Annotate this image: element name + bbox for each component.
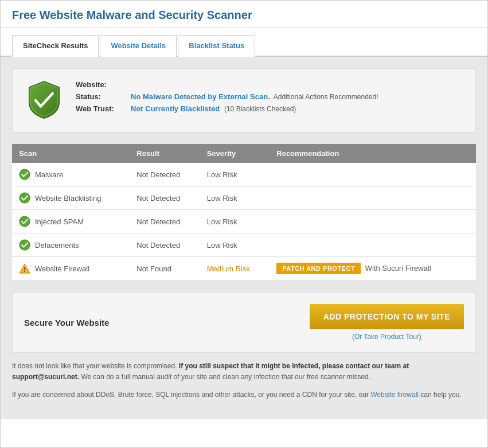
col-scan: Scan	[12, 144, 130, 163]
tab-sitecheck[interactable]: SiteCheck Results	[12, 35, 99, 57]
scan-name: Injected SPAM	[35, 217, 84, 226]
scan-result: Not Detected	[130, 233, 200, 257]
webtrust-row: Web Trust: Not Currently Blacklisted (10…	[76, 104, 464, 113]
scan-name: Website Blacklisting	[35, 194, 101, 202]
scan-name-cell: Malware	[12, 163, 130, 186]
status-value: No Malware Detected by External Scan.	[131, 92, 270, 101]
table-row: Website BlacklistingNot DetectedLow Risk	[12, 186, 476, 210]
status-subtext: Additional Actions Recommended!	[274, 93, 378, 101]
svg-point-0	[19, 169, 30, 180]
scan-table: Scan Result Severity Recommendation Malw…	[12, 144, 476, 281]
protection-btn-col: ADD PROTECTION TO MY SITE (Or Take Produ…	[310, 304, 464, 341]
add-protection-button[interactable]: ADD PROTECTION TO MY SITE	[310, 304, 464, 329]
footer-text-1: It does not look like that your website …	[12, 361, 476, 383]
recommendation-suffix: With Sucuri Firewall	[363, 264, 431, 272]
scan-severity: Low Risk	[200, 186, 270, 210]
table-row: DefacementsNot DetectedLow Risk	[12, 233, 476, 257]
status-info: Website: Status: No Malware Detected by …	[76, 80, 464, 116]
svg-point-3	[19, 240, 30, 250]
webtrust-label: Web Trust:	[76, 104, 127, 113]
scan-result: Not Found	[130, 257, 200, 281]
scan-recommendation	[270, 163, 476, 186]
tabs-bar: SiteCheck Results Website Details Blackl…	[1, 34, 487, 57]
scan-result: Not Detected	[130, 186, 200, 210]
scan-recommendation	[270, 186, 476, 210]
scan-name: Malware	[35, 170, 63, 179]
status-row: Status: No Malware Detected by External …	[76, 92, 464, 101]
check-icon	[19, 239, 30, 251]
website-row: Website:	[76, 80, 464, 89]
tab-website-details[interactable]: Website Details	[100, 35, 177, 57]
check-icon	[19, 169, 30, 180]
website-firewall-link[interactable]: Website firewall	[370, 391, 419, 399]
scan-name-cell: Injected SPAM	[12, 210, 130, 233]
website-label: Website:	[76, 80, 127, 89]
page-title: Free Website Malware and Security Scanne…	[12, 9, 476, 22]
scan-name: Defacements	[35, 241, 79, 250]
svg-point-1	[19, 193, 30, 203]
col-severity: Severity	[200, 144, 270, 163]
table-header-row: Scan Result Severity Recommendation	[12, 144, 476, 163]
col-result: Result	[130, 144, 200, 163]
table-row: Injected SPAMNot DetectedLow Risk	[12, 210, 476, 233]
svg-point-2	[19, 216, 30, 227]
status-card: Website: Status: No Malware Detected by …	[12, 68, 476, 133]
main-content: Website: Status: No Malware Detected by …	[1, 57, 487, 419]
check-icon	[19, 192, 30, 204]
table-row: ! Website FirewallNot FoundMedium RiskPA…	[12, 257, 476, 281]
scan-severity: Medium Risk	[200, 257, 270, 281]
scan-severity: Low Risk	[200, 163, 270, 186]
page-header: Free Website Malware and Security Scanne…	[1, 1, 487, 28]
check-icon	[19, 216, 30, 227]
col-recommendation: Recommendation	[270, 144, 476, 163]
scan-name-cell: Defacements	[12, 233, 130, 257]
scan-severity: Low Risk	[200, 233, 270, 257]
secure-section: Secure Your Website ADD PROTECTION TO MY…	[12, 292, 476, 353]
footer-text-2: If you are concerned about DDoS, Brute f…	[12, 389, 476, 400]
scan-recommendation: PATCH AND PROTECT With Sucuri Firewall	[270, 257, 476, 281]
tab-blacklist-status[interactable]: Blacklist Status	[178, 35, 255, 57]
patch-protect-button[interactable]: PATCH AND PROTECT	[276, 263, 361, 274]
scan-result: Not Detected	[130, 210, 200, 233]
scan-recommendation	[270, 233, 476, 257]
scan-name-cell: ! Website Firewall	[12, 257, 130, 281]
svg-text:!: !	[24, 266, 26, 273]
scan-recommendation	[270, 210, 476, 233]
status-label: Status:	[76, 92, 127, 101]
webtrust-value: Not Currently Blacklisted (10 Blacklists…	[131, 104, 296, 113]
scan-name-cell: Website Blacklisting	[12, 186, 130, 210]
warning-icon: !	[19, 263, 30, 274]
table-row: MalwareNot DetectedLow Risk	[12, 163, 476, 186]
scan-severity: Low Risk	[200, 210, 270, 233]
scan-name: Website Firewall	[35, 264, 89, 273]
product-tour-link[interactable]: (Or Take Product Tour)	[352, 333, 421, 341]
scan-result: Not Detected	[130, 163, 200, 186]
shield-icon	[24, 80, 64, 120]
secure-label: Secure Your Website	[24, 318, 109, 328]
